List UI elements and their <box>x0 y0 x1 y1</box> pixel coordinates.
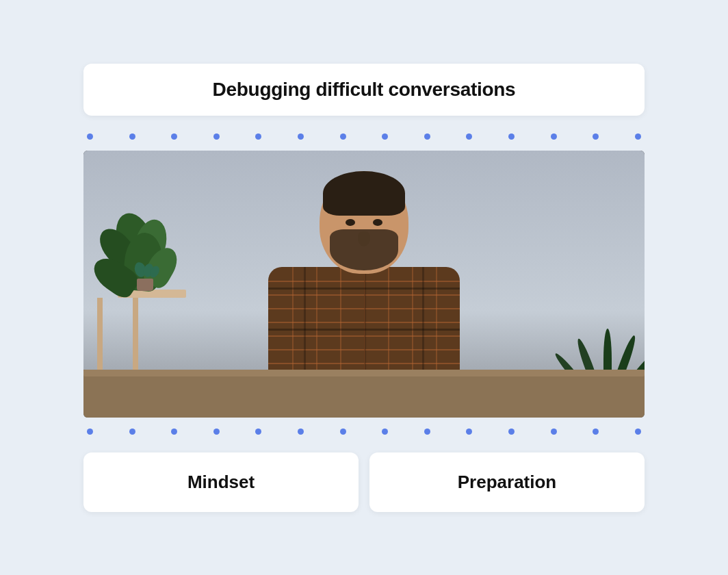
dot <box>424 133 430 140</box>
dot <box>551 133 557 140</box>
dot <box>382 429 388 435</box>
desk <box>83 370 645 418</box>
dot <box>255 429 261 435</box>
dot <box>255 133 261 140</box>
dot <box>213 133 220 140</box>
dot <box>171 429 177 435</box>
bottom-cards: Mindset Preparation <box>83 452 645 512</box>
preparation-label: Preparation <box>458 472 557 492</box>
dot <box>171 133 177 140</box>
title-card: Debugging difficult conversations <box>83 64 645 116</box>
dot <box>87 429 93 435</box>
video-wrapper[interactable] <box>83 151 645 418</box>
dot <box>129 133 135 140</box>
main-container: Debugging difficult conversations <box>83 64 645 512</box>
dot <box>213 429 220 435</box>
person <box>268 171 460 376</box>
dot <box>298 429 304 435</box>
dot <box>340 429 346 435</box>
dot <box>129 429 135 435</box>
person-head <box>320 171 408 274</box>
title-text: Debugging difficult conversations <box>213 79 516 100</box>
dot <box>551 429 557 435</box>
dot <box>508 429 515 435</box>
dot <box>298 133 304 140</box>
dot <box>466 429 472 435</box>
dot <box>382 133 388 140</box>
dot <box>508 133 515 140</box>
dot <box>466 133 472 140</box>
dot <box>340 133 346 140</box>
preparation-card[interactable]: Preparation <box>369 452 645 512</box>
mindset-label: Mindset <box>187 472 255 492</box>
dot-row-top <box>83 133 645 140</box>
person-body <box>268 267 460 376</box>
mindset-card[interactable]: Mindset <box>83 452 359 512</box>
dot <box>424 429 430 435</box>
dot <box>593 429 599 435</box>
dot <box>635 133 641 140</box>
dot-row-bottom <box>83 429 645 435</box>
dot <box>635 429 641 435</box>
video-background <box>83 151 645 418</box>
video-player[interactable] <box>83 151 645 418</box>
dot <box>593 133 599 140</box>
dot <box>87 133 93 140</box>
